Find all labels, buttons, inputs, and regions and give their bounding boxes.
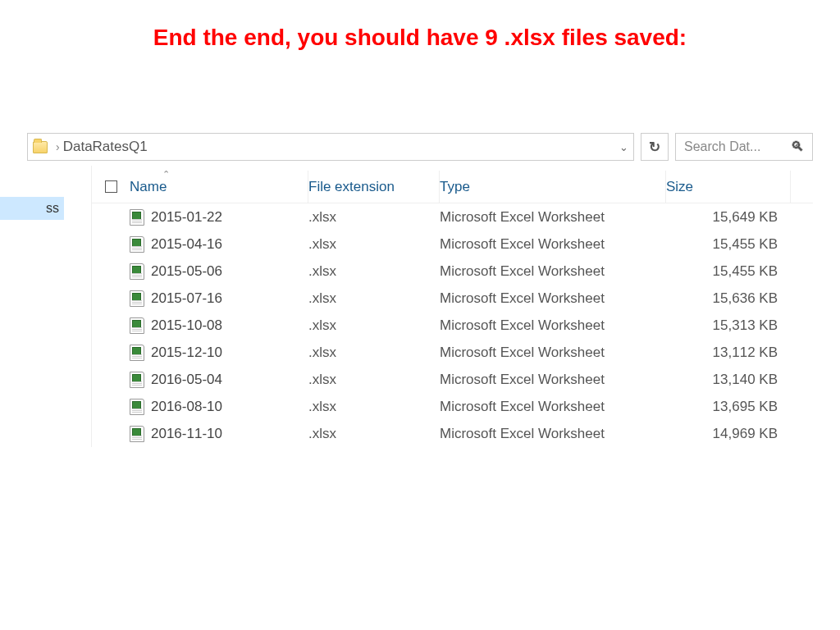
refresh-button[interactable]: ↻ — [641, 133, 669, 161]
file-extension: .xlsx — [308, 399, 440, 415]
file-type: Microsoft Excel Worksheet — [440, 290, 666, 307]
excel-file-icon — [130, 236, 144, 253]
file-row[interactable]: 2015-07-16.xlsxMicrosoft Excel Worksheet… — [92, 285, 813, 312]
file-extension: .xlsx — [308, 345, 440, 361]
file-type: Microsoft Excel Worksheet — [440, 345, 666, 361]
file-name: 2015-07-16 — [151, 290, 222, 307]
file-name: 2015-12-10 — [151, 345, 222, 361]
file-size: 15,455 KB — [666, 263, 791, 280]
excel-file-icon — [130, 317, 144, 334]
file-row[interactable]: 2016-11-10.xlsxMicrosoft Excel Worksheet… — [92, 420, 813, 447]
excel-file-icon — [130, 372, 144, 388]
file-size: 15,455 KB — [666, 236, 791, 253]
file-extension: .xlsx — [308, 209, 440, 226]
file-extension: .xlsx — [308, 317, 440, 334]
file-type: Microsoft Excel Worksheet — [440, 426, 666, 442]
file-row[interactable]: 2015-05-06.xlsxMicrosoft Excel Worksheet… — [92, 258, 813, 285]
file-size: 15,649 KB — [666, 209, 791, 226]
file-extension: .xlsx — [308, 263, 440, 280]
page-title: End the end, you should have 9 .xlsx fil… — [0, 0, 840, 51]
excel-file-icon — [130, 263, 144, 280]
file-name: 2016-11-10 — [151, 426, 222, 442]
file-row[interactable]: 2016-08-10.xlsxMicrosoft Excel Worksheet… — [92, 393, 813, 420]
chevron-down-icon[interactable]: ⌄ — [619, 141, 628, 153]
file-list: Name ⌃ File extension Type Size 2015-01-… — [91, 166, 813, 447]
file-name: 2015-05-06 — [151, 263, 222, 280]
excel-file-icon — [130, 345, 144, 361]
excel-file-icon — [130, 426, 144, 442]
file-type: Microsoft Excel Worksheet — [440, 209, 666, 226]
file-type: Microsoft Excel Worksheet — [440, 372, 666, 388]
file-row[interactable]: 2015-01-22.xlsxMicrosoft Excel Worksheet… — [92, 203, 813, 231]
column-headers: Name ⌃ File extension Type Size — [92, 166, 813, 203]
excel-file-icon — [130, 290, 144, 307]
file-type: Microsoft Excel Worksheet — [440, 263, 666, 280]
file-row[interactable]: 2015-12-10.xlsxMicrosoft Excel Worksheet… — [92, 339, 813, 366]
column-header-name[interactable]: Name ⌃ — [130, 171, 308, 203]
search-icon: 🔍︎ — [791, 139, 804, 154]
file-size: 13,140 KB — [666, 372, 791, 388]
breadcrumb-folder[interactable]: DataRatesQ1 — [63, 139, 148, 155]
sort-asc-icon: ⌃ — [162, 169, 170, 180]
file-size: 13,112 KB — [666, 345, 791, 361]
chevron-right-icon[interactable]: › — [56, 140, 60, 153]
file-size: 14,969 KB — [666, 426, 791, 442]
nav-selected-item[interactable]: ss — [0, 197, 64, 220]
folder-icon — [33, 141, 48, 153]
address-bar[interactable]: › DataRatesQ1 ⌄ — [27, 133, 634, 161]
file-extension: .xlsx — [308, 290, 440, 307]
excel-file-icon — [130, 399, 144, 415]
file-name: 2016-05-04 — [151, 372, 222, 388]
search-placeholder: Search Dat... — [684, 139, 760, 154]
select-all-checkbox[interactable] — [92, 180, 130, 193]
file-size: 15,636 KB — [666, 290, 791, 307]
file-name: 2016-08-10 — [151, 399, 222, 415]
nav-pane: ss — [27, 166, 91, 447]
file-type: Microsoft Excel Worksheet — [440, 399, 666, 415]
file-row[interactable]: 2015-04-16.xlsxMicrosoft Excel Worksheet… — [92, 231, 813, 258]
file-name: 2015-04-16 — [151, 236, 222, 253]
file-name: 2015-01-22 — [151, 209, 222, 226]
file-extension: .xlsx — [308, 236, 440, 253]
file-extension: .xlsx — [308, 426, 440, 442]
file-size: 15,313 KB — [666, 317, 791, 334]
file-type: Microsoft Excel Worksheet — [440, 317, 666, 334]
column-header-extension[interactable]: File extension — [308, 171, 440, 203]
column-header-size[interactable]: Size — [666, 171, 791, 203]
file-size: 13,695 KB — [666, 399, 791, 415]
file-extension: .xlsx — [308, 372, 440, 388]
column-name-label: Name — [130, 179, 167, 195]
excel-file-icon — [130, 209, 144, 226]
file-name: 2015-10-08 — [151, 317, 222, 334]
search-input[interactable]: Search Dat... 🔍︎ — [675, 133, 813, 161]
file-type: Microsoft Excel Worksheet — [440, 236, 666, 253]
file-row[interactable]: 2015-10-08.xlsxMicrosoft Excel Worksheet… — [92, 312, 813, 339]
column-header-type[interactable]: Type — [440, 171, 666, 203]
file-row[interactable]: 2016-05-04.xlsxMicrosoft Excel Worksheet… — [92, 366, 813, 393]
file-explorer: › DataRatesQ1 ⌄ ↻ Search Dat... 🔍︎ ss Na… — [27, 133, 813, 447]
